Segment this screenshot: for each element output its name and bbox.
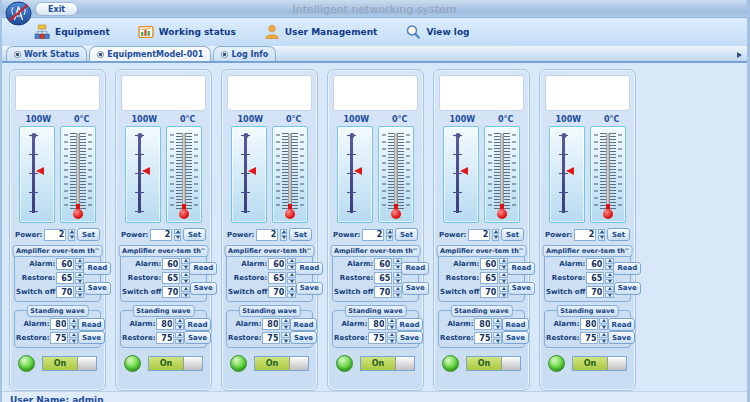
tab-work-status[interactable]: Work Status (6, 46, 87, 61)
standing-wave-alarm-input[interactable] (474, 318, 492, 330)
spin-down-button[interactable] (393, 293, 402, 299)
toggle-thumb[interactable] (289, 357, 308, 370)
standing-wave-save-button[interactable]: Save (184, 331, 211, 344)
spin-down-button[interactable] (605, 293, 614, 299)
amplifier-read-button[interactable]: Read (189, 262, 217, 275)
standing-wave-restore-input[interactable] (474, 332, 492, 344)
amplifier-restore-input[interactable] (268, 272, 286, 284)
amplifier-switch-off-input[interactable] (480, 286, 498, 298)
standing-wave-restore-input[interactable] (580, 332, 598, 344)
amplifier-save-button[interactable]: Save (402, 282, 429, 295)
spin-up-button[interactable] (287, 286, 296, 292)
standing-wave-save-button[interactable]: Save (608, 331, 635, 344)
toggle-thumb[interactable] (77, 357, 96, 370)
toggle-thumb[interactable] (183, 357, 202, 370)
power-switch-toggle[interactable]: On (572, 356, 627, 371)
standing-wave-save-button[interactable]: Save (78, 331, 105, 344)
power-switch-toggle[interactable]: On (360, 356, 415, 371)
amplifier-switch-off-input[interactable] (268, 286, 286, 298)
amplifier-restore-input[interactable] (162, 272, 180, 284)
power-switch-toggle[interactable]: On (466, 356, 521, 371)
standing-wave-alarm-input[interactable] (50, 318, 68, 330)
spin-up-button[interactable] (499, 286, 508, 292)
amplifier-alarm-input[interactable] (162, 258, 180, 270)
toggle-thumb[interactable] (501, 357, 520, 370)
standing-wave-save-button[interactable]: Save (290, 331, 317, 344)
standing-wave-read-button[interactable]: Read (608, 318, 636, 331)
standing-wave-read-button[interactable]: Read (290, 318, 318, 331)
spin-down-button[interactable] (181, 293, 190, 299)
spin-down-button[interactable] (499, 293, 508, 299)
amplifier-read-button[interactable]: Read (507, 262, 535, 275)
standing-wave-restore-input[interactable] (156, 332, 174, 344)
amplifier-alarm-input[interactable] (374, 258, 392, 270)
amplifier-read-button[interactable]: Read (613, 262, 641, 275)
spin-down-button[interactable] (492, 235, 499, 241)
toggle-thumb[interactable] (607, 357, 626, 370)
toolbar-item-equipment[interactable]: Equipment (34, 24, 110, 40)
spin-down-button[interactable] (181, 279, 190, 285)
spin-up-button[interactable] (68, 229, 75, 235)
amplifier-save-button[interactable]: Save (84, 282, 111, 295)
power-set-button[interactable]: Set (77, 228, 100, 241)
standing-wave-read-button[interactable]: Read (78, 318, 106, 331)
spin-down-button[interactable] (75, 279, 84, 285)
power-input[interactable] (256, 229, 278, 241)
power-set-button[interactable]: Set (289, 228, 312, 241)
standing-wave-read-button[interactable]: Read (184, 318, 212, 331)
spin-down-button[interactable] (598, 235, 605, 241)
standing-wave-alarm-input[interactable] (262, 318, 280, 330)
spin-up-button[interactable] (598, 229, 605, 235)
power-set-button[interactable]: Set (395, 228, 418, 241)
power-switch-toggle[interactable]: On (254, 356, 309, 371)
exit-button[interactable]: Exit (35, 2, 78, 16)
spin-down-button[interactable] (386, 235, 393, 241)
amplifier-alarm-input[interactable] (586, 258, 604, 270)
amplifier-save-button[interactable]: Save (508, 282, 535, 295)
tab-scroll-button[interactable] (735, 50, 744, 59)
standing-wave-read-button[interactable]: Read (502, 318, 530, 331)
standing-wave-alarm-input[interactable] (368, 318, 386, 330)
spin-down-button[interactable] (287, 279, 296, 285)
spin-down-button[interactable] (68, 235, 75, 241)
toolbar-item-view-log[interactable]: View log (405, 24, 469, 40)
spin-down-button[interactable] (605, 279, 614, 285)
amplifier-alarm-input[interactable] (480, 258, 498, 270)
spin-down-button[interactable] (287, 293, 296, 299)
standing-wave-save-button[interactable]: Save (396, 331, 423, 344)
spin-down-button[interactable] (280, 235, 287, 241)
standing-wave-restore-input[interactable] (50, 332, 68, 344)
spin-up-button[interactable] (393, 286, 402, 292)
amplifier-alarm-input[interactable] (56, 258, 74, 270)
power-set-button[interactable]: Set (501, 228, 524, 241)
spin-up-button[interactable] (492, 229, 499, 235)
spin-down-button[interactable] (75, 293, 84, 299)
spin-up-button[interactable] (280, 229, 287, 235)
tab-log-info[interactable]: Log Info (213, 46, 276, 61)
amplifier-save-button[interactable]: Save (296, 282, 323, 295)
power-input[interactable] (574, 229, 596, 241)
spin-up-button[interactable] (386, 229, 393, 235)
toolbar-item-working-status[interactable]: Working status (138, 24, 236, 40)
amplifier-save-button[interactable]: Save (190, 282, 217, 295)
standing-wave-alarm-input[interactable] (580, 318, 598, 330)
amplifier-restore-input[interactable] (374, 272, 392, 284)
standing-wave-save-button[interactable]: Save (502, 331, 529, 344)
amplifier-alarm-input[interactable] (268, 258, 286, 270)
power-input[interactable] (150, 229, 172, 241)
amplifier-save-button[interactable]: Save (614, 282, 641, 295)
spin-down-button[interactable] (393, 279, 402, 285)
amplifier-restore-input[interactable] (480, 272, 498, 284)
amplifier-read-button[interactable]: Read (295, 262, 323, 275)
spin-up-button[interactable] (181, 286, 190, 292)
power-set-button[interactable]: Set (183, 228, 206, 241)
power-input[interactable] (362, 229, 384, 241)
power-input[interactable] (44, 229, 66, 241)
power-input[interactable] (468, 229, 490, 241)
spin-up-button[interactable] (605, 286, 614, 292)
spin-down-button[interactable] (174, 235, 181, 241)
power-set-button[interactable]: Set (607, 228, 630, 241)
standing-wave-read-button[interactable]: Read (396, 318, 424, 331)
amplifier-switch-off-input[interactable] (162, 286, 180, 298)
standing-wave-alarm-input[interactable] (156, 318, 174, 330)
